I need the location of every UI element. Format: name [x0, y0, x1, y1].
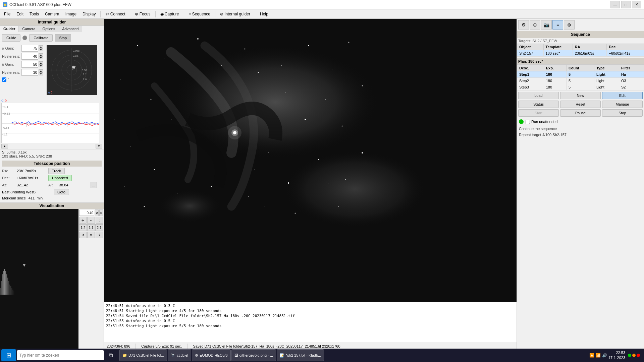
crosshair-icon-btn[interactable]: ⊕ — [530, 20, 540, 29]
tray-network-icon2[interactable]: 📶 — [596, 353, 601, 358]
plan-row-3[interactable]: Step3 180 5 Light S2 — [517, 84, 644, 90]
menu-focus[interactable]: ⊕ Focus — [132, 11, 153, 17]
system-clock[interactable]: 22:5317-1-2023 — [608, 350, 625, 361]
delta-hysteresis-down[interactable]: ▼ — [39, 72, 43, 75]
sequence-icon-btn[interactable]: ≡ — [552, 20, 563, 29]
menu-file[interactable]: File — [1, 11, 13, 17]
taskbar-app-notepad[interactable]: 📝 *sh2 157.txt - Kladb... — [277, 349, 324, 361]
svg-point-51 — [137, 45, 138, 46]
tab-options[interactable]: Options — [39, 26, 59, 32]
svg-point-69 — [177, 193, 178, 193]
alpha-hysteresis-up[interactable]: ▲ — [39, 53, 43, 56]
manage-button[interactable]: Manage — [602, 101, 643, 108]
menu-connect[interactable]: ⚙ Connect — [103, 11, 128, 17]
menu-image[interactable]: Image — [63, 11, 79, 17]
alpha-gain-up[interactable]: ▲ — [39, 45, 43, 48]
new-button[interactable]: New — [560, 92, 601, 99]
crosshair-btn[interactable]: ⊕ — [87, 232, 95, 238]
rotate-btn[interactable]: ↺ — [79, 232, 87, 238]
svg-point-54 — [245, 49, 246, 50]
menu-capture[interactable]: ◉ Capture — [158, 11, 182, 17]
more-button[interactable]: ... — [91, 182, 97, 188]
graph-scroll-down[interactable]: ▼ — [96, 144, 102, 148]
taskbar-app-dither[interactable]: 🖼 dithergevolg.png - ... — [231, 349, 276, 361]
stop-guider-button[interactable]: Stop — [55, 34, 71, 42]
svg-point-66 — [342, 126, 343, 127]
zoom-double-btn[interactable]: 2:1 — [95, 224, 103, 231]
zoom-half-btn[interactable]: 1:2 — [79, 224, 87, 231]
plan-row-2[interactable]: Step2 180 5 Light O3 — [517, 78, 644, 84]
taskbar-search-input[interactable] — [17, 350, 104, 360]
seq-row-1[interactable]: Sh2-157 180 sec* 23h16m03s +60d02m41s — [517, 50, 644, 57]
sequence-continue-text: Continue the sequence — [517, 125, 644, 132]
svg-point-83 — [268, 153, 269, 153]
histogram-auto-btn[interactable]: ⧅ — [99, 209, 103, 216]
taskbar-app-ccdciel[interactable]: 🔭 ccdciel — [168, 349, 191, 361]
delta-gain-input[interactable] — [21, 61, 38, 68]
start-button[interactable]: Start — [518, 109, 559, 117]
dot-green — [628, 354, 631, 357]
task-view-btn[interactable]: ⧉ — [105, 349, 117, 361]
taskbar-app-eqmod[interactable]: ⚙ EQMOD HEQ5/6 — [192, 349, 231, 361]
delta-gain-down[interactable]: ▼ — [39, 64, 43, 67]
delta-hysteresis-input[interactable] — [21, 69, 38, 76]
plan-col-desc: Desc. — [517, 65, 544, 71]
edit-button[interactable]: Edit — [602, 92, 643, 99]
alpha-hysteresis-input[interactable] — [21, 53, 38, 60]
load-button[interactable]: Load — [518, 92, 559, 99]
menu-internal-guider[interactable]: ⊛ Internal guider — [217, 11, 253, 17]
tab-guider[interactable]: Guider — [0, 26, 19, 32]
tab-camera[interactable]: Camera — [19, 26, 39, 32]
image-view[interactable] — [104, 19, 517, 302]
menu-display[interactable]: Display — [80, 11, 98, 17]
goto-button[interactable]: Goto — [54, 189, 69, 195]
svg-point-58 — [348, 42, 350, 43]
sequence-title: Sequence — [517, 31, 644, 38]
status-saved: Saved D:\1 CcdCiel File folder\Sh2-157_H… — [193, 344, 340, 348]
reset-button[interactable]: Reset — [560, 101, 601, 108]
delta-hysteresis-up[interactable]: ▲ — [39, 69, 43, 72]
minimize-button[interactable]: — — [610, 1, 620, 8]
plan-row-1[interactable]: Step1 180 5 Light Ha — [517, 71, 644, 78]
camera-icon-btn[interactable]: 📷 — [541, 20, 552, 29]
flip-v-btn[interactable]: ↕ — [96, 217, 103, 224]
level-input[interactable] — [79, 210, 94, 216]
scroll-controls: ▲ ▼ — [1, 144, 102, 148]
calibrate-button[interactable]: Calibrate — [29, 34, 53, 42]
zoom-one-btn[interactable]: 1:1 — [87, 224, 95, 231]
start-menu-button[interactable]: ⊞ — [1, 349, 16, 361]
settings-icon-btn[interactable]: ⚙ — [518, 20, 529, 29]
menu-help[interactable]: Help — [257, 11, 271, 17]
menu-camera[interactable]: Camera — [42, 11, 62, 17]
info-btn[interactable]: ℹ — [96, 232, 103, 238]
run-unattended-checkbox[interactable] — [526, 120, 530, 124]
status-button[interactable]: Status — [518, 101, 559, 108]
delta-gain-up[interactable]: ▲ — [39, 61, 43, 64]
compass-icon-btn[interactable]: ⊛ — [564, 20, 575, 29]
plan-cell-exp-1: 180 — [544, 71, 566, 78]
maximize-button[interactable]: □ — [621, 1, 631, 8]
col-template: Template — [543, 44, 573, 50]
unparked-button[interactable]: Unparked — [48, 175, 72, 181]
menu-sequence[interactable]: ≡ Sequence — [186, 11, 213, 17]
stop-seq-button[interactable]: Stop — [602, 109, 643, 117]
menu-edit[interactable]: Edit — [14, 11, 26, 17]
histogram-stretch-btn[interactable]: ⧄ — [95, 209, 99, 216]
taskbar-app-explorer[interactable]: 📁 D:\1 CcdCiel File fol... — [119, 349, 167, 361]
guide-button[interactable]: Guide — [2, 34, 20, 42]
tray-network-icon[interactable]: 🔼 — [589, 353, 594, 358]
alpha-gain-down[interactable]: ▼ — [39, 48, 43, 51]
flip-h-btn[interactable]: ↔ — [87, 217, 95, 224]
pause-button[interactable]: Pause — [560, 109, 601, 117]
graph-scroll-up[interactable]: ▲ — [1, 144, 8, 148]
track-button[interactable]: Track — [48, 168, 65, 174]
alpha-hysteresis-down[interactable]: ▼ — [39, 56, 43, 59]
arc-seconds-checkbox[interactable] — [2, 77, 6, 82]
tray-sound-icon[interactable]: 🔊 — [602, 353, 607, 358]
alpha-gain-input[interactable] — [21, 45, 38, 52]
pan-btn[interactable]: ✛ — [79, 217, 87, 224]
svg-text:δ: δ — [51, 91, 52, 94]
close-button[interactable]: ✕ — [632, 1, 641, 8]
menu-tools[interactable]: Tools — [27, 11, 42, 17]
tab-advanced[interactable]: Advanced — [59, 26, 83, 32]
